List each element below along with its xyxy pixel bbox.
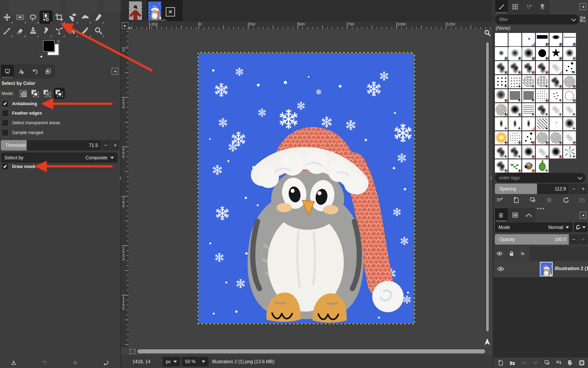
tool-select-by-color[interactable]: [39, 10, 53, 24]
tool-paths[interactable]: [53, 24, 66, 38]
brush-9[interactable]: +: [522, 47, 535, 60]
vertical-scrollbar[interactable]: [485, 41, 490, 333]
brush-15[interactable]: +: [522, 61, 535, 74]
brush-39[interactable]: [522, 117, 535, 131]
delete-layer-icon[interactable]: [577, 358, 587, 368]
brush-40[interactable]: +: [536, 117, 549, 131]
image-viewport[interactable]: [129, 29, 492, 347]
delete-tool-preset-icon[interactable]: [71, 359, 79, 367]
raise-layer-icon[interactable]: [519, 358, 529, 368]
tool-clone[interactable]: [27, 24, 39, 38]
swap-colors-icon[interactable]: ⤨: [57, 39, 59, 43]
feather-edges-row[interactable]: ✔ Feather edges: [2, 109, 42, 117]
quick-mask-toggle[interactable]: [130, 349, 135, 354]
brush-38[interactable]: +: [508, 117, 522, 131]
merge-layer-icon[interactable]: [554, 358, 564, 368]
brush-32[interactable]: +: [508, 103, 522, 117]
select-by-dropdown[interactable]: Select by Composite: [1, 153, 118, 163]
zoom-dropdown[interactable]: 50 %: [182, 357, 208, 366]
brush-55[interactable]: +: [495, 159, 508, 173]
pan-navigation-icon[interactable]: [484, 337, 491, 346]
new-layer-icon[interactable]: [496, 358, 506, 368]
tool-text[interactable]: A: [66, 24, 79, 38]
image-tab-2[interactable]: [148, 1, 162, 20]
tool-gradient[interactable]: [92, 10, 105, 24]
mode-add-button[interactable]: [29, 88, 41, 99]
brush-4[interactable]: +: [536, 33, 549, 46]
brush-57[interactable]: +: [522, 159, 535, 173]
brush-1[interactable]: [495, 33, 508, 46]
sample-merged-checkbox[interactable]: ✔: [2, 129, 9, 136]
mode-intersect-button[interactable]: [54, 88, 65, 99]
brush-56[interactable]: +: [508, 159, 522, 173]
brush-18[interactable]: +: [563, 61, 576, 74]
brush-13[interactable]: +: [495, 61, 508, 74]
brush-25[interactable]: +: [495, 89, 508, 102]
brush-19[interactable]: +: [495, 75, 508, 89]
layer-mode-switch-button[interactable]: [574, 222, 588, 232]
tab-paths[interactable]: [522, 208, 535, 222]
collapse-brushes-icon[interactable]: ◀: [579, 3, 586, 10]
brush-46[interactable]: +: [536, 131, 549, 145]
tool-color-picker[interactable]: [79, 24, 92, 38]
opacity-decrease-button[interactable]: −: [569, 234, 578, 245]
tab-layers[interactable]: [495, 208, 508, 222]
layer-visibility-icon[interactable]: [497, 266, 504, 272]
feather-edges-checkbox[interactable]: ✔: [2, 110, 9, 117]
brush-47[interactable]: +: [549, 131, 562, 145]
brush-26[interactable]: +: [508, 89, 522, 102]
layer-mode-dropdown[interactable]: Mode Normal: [495, 222, 573, 232]
threshold-slider[interactable]: Threshold 71.5: [1, 140, 101, 150]
reset-tool-options-icon[interactable]: [102, 359, 110, 367]
tool-rectangle-select[interactable]: [13, 10, 27, 24]
tool-smudge[interactable]: [39, 24, 53, 38]
vertical-scrollbar-thumb[interactable]: [486, 42, 489, 332]
brush-50[interactable]: +: [508, 145, 522, 159]
threshold-decrease-button[interactable]: −: [101, 140, 110, 150]
zoom-canvas-icon[interactable]: [484, 30, 490, 38]
tool-handle-transform[interactable]: [79, 10, 92, 24]
brush-51[interactable]: +: [522, 145, 535, 159]
brush-33[interactable]: +: [522, 103, 535, 117]
brush-30[interactable]: +: [563, 89, 576, 102]
tab-gradients[interactable]: [536, 0, 549, 14]
new-brush-icon[interactable]: [511, 195, 521, 205]
brush-filter-input[interactable]: filter: [495, 14, 579, 25]
effects-column-header[interactable]: fx: [518, 246, 529, 261]
tool-paintbrush[interactable]: [0, 24, 13, 38]
dock-drag-handle[interactable]: •••: [537, 205, 545, 212]
lower-layer-icon[interactable]: [530, 358, 541, 368]
brush-45[interactable]: +: [522, 131, 535, 145]
tab-patterns[interactable]: [508, 0, 522, 14]
brush-10[interactable]: +: [536, 47, 549, 60]
refresh-brushes-icon[interactable]: [561, 195, 571, 205]
layer-row[interactable]: Illustration 2 (1: [494, 261, 588, 277]
horizontal-scrollbar[interactable]: [137, 349, 486, 354]
brush-48[interactable]: +: [563, 131, 576, 145]
spacing-slider[interactable]: Spacing 112.9: [495, 184, 569, 194]
brush-34[interactable]: +: [536, 103, 549, 117]
brush-54[interactable]: +: [563, 145, 576, 159]
edit-brush-icon[interactable]: [495, 195, 505, 205]
brush-37[interactable]: +: [495, 117, 508, 131]
brush-2[interactable]: [508, 33, 522, 46]
draw-mask-row[interactable]: ✔ Draw mask: [2, 163, 35, 171]
spacing-increase-button[interactable]: +: [579, 184, 588, 194]
visibility-column-header[interactable]: [494, 246, 505, 261]
tool-eraser[interactable]: [13, 24, 27, 38]
tab-tool-options[interactable]: [1, 64, 14, 78]
horizontal-ruler[interactable]: -250025050075010001250: [129, 22, 492, 29]
brush-49[interactable]: +: [495, 145, 508, 159]
delete-brush-icon[interactable]: [544, 195, 554, 205]
brush-8-selected[interactable]: +: [508, 47, 522, 60]
collapse-tool-options-icon[interactable]: ◀: [111, 68, 118, 75]
brush-43[interactable]: +: [495, 131, 508, 145]
brush-tags-input[interactable]: enter tags: [495, 173, 586, 183]
duplicate-layer-icon[interactable]: [542, 358, 552, 368]
image-tab-1[interactable]: [129, 1, 142, 20]
brush-12[interactable]: +: [563, 47, 576, 60]
brush-42[interactable]: +: [563, 117, 576, 131]
brush-35[interactable]: +: [549, 103, 562, 117]
brush-31[interactable]: +: [495, 103, 508, 117]
brush-6[interactable]: +: [563, 33, 576, 46]
